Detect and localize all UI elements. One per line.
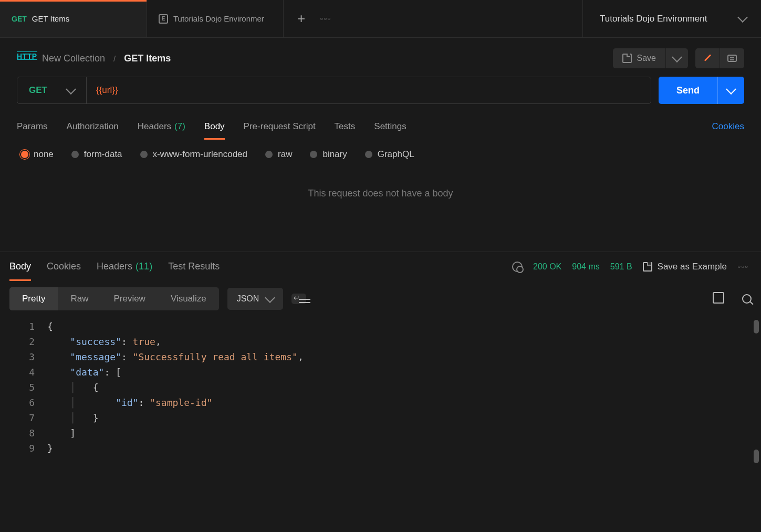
body-type-formdata[interactable]: form-data — [71, 149, 122, 160]
breadcrumb-collection[interactable]: New Collection — [42, 53, 105, 64]
method-selector[interactable]: GET — [17, 77, 87, 103]
body-type-row: none form-data x-www-form-urlencoded raw… — [0, 140, 761, 164]
view-preview[interactable]: Preview — [101, 287, 158, 310]
save-options-button[interactable] — [665, 48, 688, 68]
response-body[interactable]: 1 2 3 4 5 6 7 8 9 { "success": true, "me… — [0, 317, 761, 466]
chevron-down-icon — [737, 12, 748, 23]
save-icon — [622, 54, 632, 63]
response-headers-count: (11) — [135, 261, 152, 272]
pencil-icon — [703, 54, 712, 63]
response-tab-body[interactable]: Body — [9, 252, 31, 281]
tab-label: GET Items — [32, 14, 69, 23]
tab-label: Tutorials Dojo Environmer — [173, 14, 264, 23]
http-icon — [17, 52, 34, 65]
send-options-button[interactable] — [717, 77, 744, 104]
response-toolbar: Pretty Raw Preview Visualize JSON — [0, 281, 761, 317]
format-selector[interactable]: JSON — [227, 288, 284, 310]
breadcrumb-row: New Collection / GET Items Save — [0, 38, 761, 77]
url-value: {{url}} — [96, 85, 118, 96]
radio-icon — [310, 151, 317, 158]
body-type-graphql[interactable]: GraphQL — [365, 149, 414, 160]
tab-options-button[interactable]: ○○○ — [320, 16, 331, 22]
radio-icon — [140, 151, 148, 158]
radio-icon — [71, 151, 79, 158]
save-as-example-button[interactable]: Save as Example — [643, 262, 727, 272]
edit-button[interactable] — [695, 48, 720, 68]
save-example-label: Save as Example — [658, 262, 727, 272]
environment-name: Tutorials Dojo Environment — [600, 14, 707, 24]
radio-icon — [21, 151, 28, 158]
network-icon[interactable] — [512, 262, 523, 272]
method-label: GET — [29, 85, 47, 96]
copy-button[interactable] — [715, 294, 724, 304]
response-meta: 200 OK 904 ms 591 B Save as Example ○○○ — [512, 262, 748, 272]
environment-icon — [159, 14, 168, 24]
scrollbar-thumb[interactable] — [754, 320, 759, 333]
url-bar: GET {{url}} — [17, 77, 651, 104]
body-type-none[interactable]: none — [21, 149, 54, 160]
save-icon — [643, 262, 652, 272]
tab-authorization[interactable]: Authorization — [67, 113, 119, 140]
comments-button[interactable] — [720, 48, 744, 68]
radio-icon — [265, 151, 273, 158]
new-tab-button[interactable]: + — [297, 11, 305, 27]
tab-actions: + ○○○ — [284, 0, 345, 37]
tab-request[interactable]: GET GET Items — [0, 0, 147, 37]
format-label: JSON — [237, 294, 259, 304]
save-label: Save — [637, 54, 656, 63]
body-type-raw[interactable]: raw — [265, 149, 292, 160]
scrollbar-thumb[interactable] — [754, 450, 759, 463]
chevron-down-icon — [726, 84, 736, 95]
cookies-link[interactable]: Cookies — [712, 121, 744, 132]
environment-selector[interactable]: Tutorials Dojo Environment — [582, 0, 761, 37]
tab-settings[interactable]: Settings — [374, 113, 406, 140]
response-header: Body Cookies Headers (11) Test Results 2… — [0, 252, 761, 281]
body-empty-message: This request does not have a body — [0, 164, 761, 231]
breadcrumb-separator: / — [113, 54, 116, 63]
save-button[interactable]: Save — [613, 48, 665, 68]
view-raw[interactable]: Raw — [58, 287, 101, 310]
tab-pre-request[interactable]: Pre-request Script — [244, 113, 316, 140]
send-button[interactable]: Send — [659, 77, 717, 104]
method-tag: GET — [12, 15, 27, 23]
chevron-down-icon — [672, 52, 682, 62]
breadcrumb-request[interactable]: GET Items — [124, 53, 171, 64]
response-options-button[interactable]: ○○○ — [737, 264, 748, 269]
tab-tests[interactable]: Tests — [335, 113, 356, 140]
line-gutter: 1 2 3 4 5 6 7 8 9 — [0, 319, 47, 456]
comment-icon — [727, 55, 737, 62]
radio-icon — [365, 151, 372, 158]
body-type-binary[interactable]: binary — [310, 149, 347, 160]
tab-headers-label: Headers — [138, 121, 171, 132]
send-label: Send — [676, 85, 700, 96]
response-tab-cookies[interactable]: Cookies — [47, 252, 81, 281]
url-row: GET {{url}} Send — [0, 77, 761, 113]
save-button-group: Save — [613, 48, 688, 68]
chevron-down-icon — [265, 293, 275, 303]
request-tabs: Params Authorization Headers (7) Body Pr… — [0, 113, 761, 140]
tab-params[interactable]: Params — [17, 113, 48, 140]
response-time: 904 ms — [572, 262, 599, 272]
search-button[interactable] — [742, 294, 752, 304]
top-tab-bar: GET GET Items Tutorials Dojo Environmer … — [0, 0, 761, 38]
headers-count: (7) — [174, 121, 185, 132]
send-button-group: Send — [659, 77, 744, 104]
tab-body[interactable]: Body — [204, 113, 225, 140]
response-status: 200 OK — [533, 262, 561, 272]
response-size: 591 B — [610, 262, 632, 272]
response-headers-label: Headers — [97, 261, 132, 272]
request-actions — [695, 48, 744, 68]
url-input[interactable]: {{url}} — [87, 77, 651, 103]
view-selector: Pretty Raw Preview Visualize — [9, 287, 219, 310]
tab-environment[interactable]: Tutorials Dojo Environmer — [147, 0, 284, 37]
view-pretty[interactable]: Pretty — [9, 287, 58, 310]
body-type-xwww[interactable]: x-www-form-urlencoded — [140, 149, 247, 160]
response-tab-headers[interactable]: Headers (11) — [97, 252, 152, 281]
response-tab-test-results[interactable]: Test Results — [168, 252, 220, 281]
chevron-down-icon — [66, 84, 76, 95]
wrap-lines-button[interactable] — [291, 294, 306, 304]
code-content: { "success": true, "message": "Successfu… — [47, 319, 761, 456]
tab-headers[interactable]: Headers (7) — [138, 113, 185, 140]
view-visualize[interactable]: Visualize — [158, 287, 219, 310]
